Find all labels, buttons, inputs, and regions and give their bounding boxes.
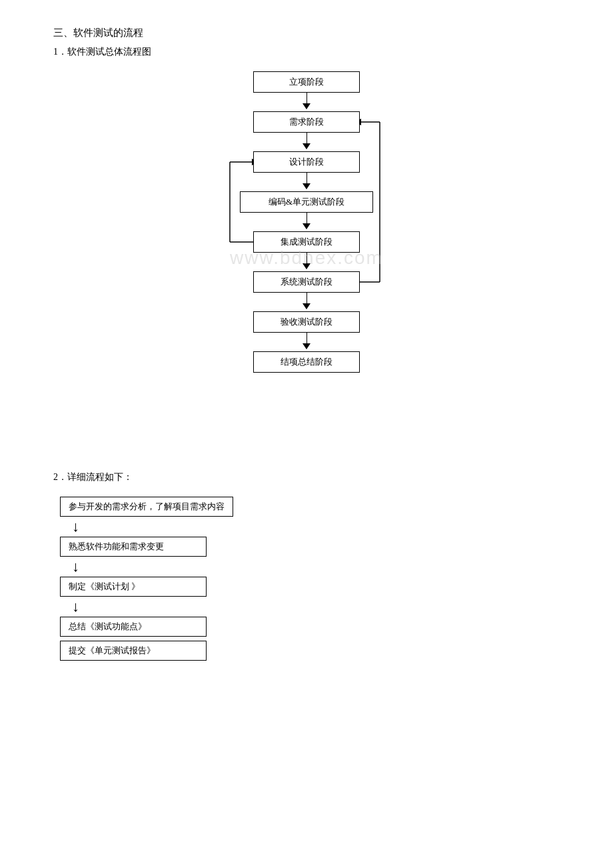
detail-box-3: 制定《测试计划 》 — [60, 577, 207, 597]
flowchart-wrapper: www.bdnex.com 立项阶段 需求阶段 — [53, 71, 560, 445]
detail-box-5: 提交《单元测试报告》 — [60, 641, 207, 661]
flow-node-yanshou: 验收测试阶段 — [253, 311, 360, 333]
flow-node-sheji: 设计阶段 — [253, 151, 360, 173]
detail-arrow-2: ↓ — [72, 558, 79, 575]
flow-node-jiejie: 结项总结阶段 — [253, 351, 360, 373]
flow-node-liuxiang: 立项阶段 — [253, 71, 360, 93]
detail-step-2: 熟悉软件功能和需求变更 — [60, 537, 560, 557]
detail-arrow-1: ↓ — [72, 518, 79, 535]
detail-step-5: 提交《单元测试报告》 — [60, 641, 560, 661]
detail-step-3: 制定《测试计划 》 — [60, 577, 560, 597]
detail-box-2: 熟悉软件功能和需求变更 — [60, 537, 207, 557]
sub-title: 1．软件测试总体流程图 — [53, 46, 560, 58]
detail-box-4: 总结《测试功能点》 — [60, 617, 207, 637]
detail-step-4: 总结《测试功能点》 — [60, 617, 560, 637]
flow-node-xuqiu: 需求阶段 — [253, 111, 360, 133]
detail-section: 2．详细流程如下： 参与开发的需求分析，了解项目需求内容 ↓ 熟悉软件功能和需求… — [53, 471, 560, 661]
detail-arrow-3: ↓ — [72, 598, 79, 615]
flow-node-jicheng: 集成测试阶段 — [253, 231, 360, 253]
detail-step-1: 参与开发的需求分析，了解项目需求内容 — [60, 497, 560, 517]
flow-node-xitong: 系统测试阶段 — [253, 271, 360, 293]
detail-box-1: 参与开发的需求分析，了解项目需求内容 — [60, 497, 233, 517]
detail-sub-title: 2．详细流程如下： — [53, 471, 560, 483]
section-title: 三、软件测试的流程 — [53, 27, 560, 39]
flow-node-bianma: 编码&单元测试阶段 — [240, 191, 373, 213]
